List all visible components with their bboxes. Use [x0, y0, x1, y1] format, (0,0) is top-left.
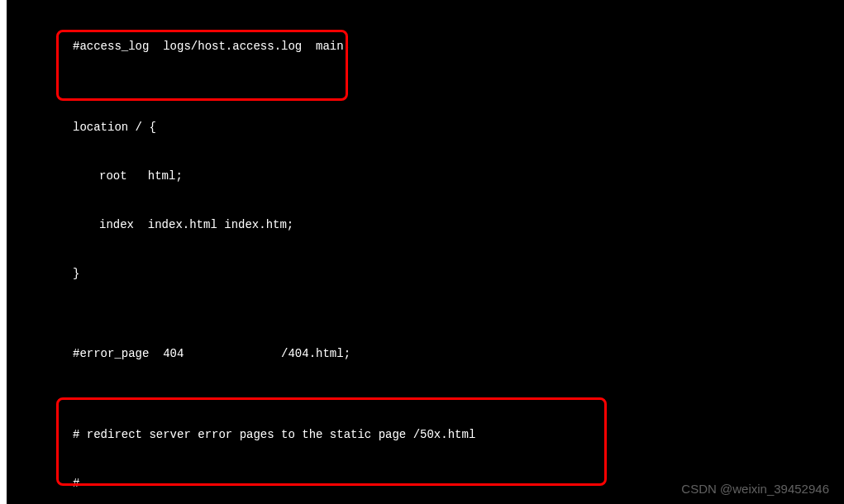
config-line: index index.html index.htm;: [7, 217, 844, 234]
watermark-text: CSDN @weixin_39452946: [681, 480, 829, 497]
config-line: #error_page 404 /404.html;: [7, 346, 844, 363]
config-line: # redirect server error pages to the sta…: [7, 427, 844, 444]
terminal-output: #access_log logs/host.access.log main; l…: [7, 0, 844, 504]
config-line: root html;: [7, 169, 844, 185]
config-line: #access_log logs/host.access.log main;: [7, 39, 844, 55]
config-line: location / {: [7, 120, 844, 136]
config-line: }: [7, 266, 844, 283]
